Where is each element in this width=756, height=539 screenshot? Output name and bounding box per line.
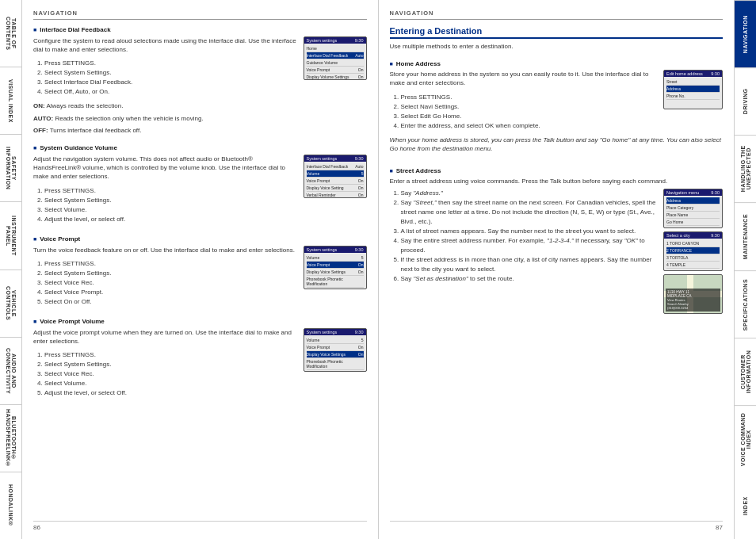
note-off: OFF: Turns interface dial feedback off. xyxy=(33,126,367,135)
left-page-footer: 86 xyxy=(33,521,367,531)
voice-prompt-screen: System settings 9:30 Volume5 Voice Promp… xyxy=(304,246,367,289)
sidebar-item-driving[interactable]: DRIVING xyxy=(735,67,756,135)
sidebar-item-handling[interactable]: HANDLING THE UNEXPECTED xyxy=(735,135,756,202)
street-address-steps: Say "Address." Say "Street," then say th… xyxy=(390,189,658,314)
left-page-header: NAVIGATION xyxy=(33,10,367,20)
screen-row: 4 TEMPLE xyxy=(666,262,720,269)
interface-dial-screen: System settings 9:30 Home Interface Dial… xyxy=(304,36,367,80)
step-item: Select Voice Prompt. xyxy=(44,288,297,297)
screen-header: System settings 9:30 xyxy=(304,37,366,44)
screen-time: 9:30 xyxy=(355,330,364,334)
step-item: A list of street names appears. Say the … xyxy=(401,227,658,236)
screen-time: 9:30 xyxy=(711,233,720,238)
step-item: Press SETTINGS. xyxy=(401,93,658,102)
home-address-note: When your home address is stored, you ca… xyxy=(390,136,724,153)
screen-body: Address Place Category Place Name Go Hom… xyxy=(664,196,722,227)
screen-row: 5 TEMPLE CITY xyxy=(666,269,720,271)
screen-header: System settings 9:30 xyxy=(304,247,366,253)
voice-prompt-ol: Press SETTINGS. Select System Settings. … xyxy=(33,259,297,307)
section-voice-prompt-volume: Voice Prompt Volume Adjust the voice pro… xyxy=(33,318,367,403)
screen-row: Voice PromptOn xyxy=(307,178,364,185)
sidebar-item-voice[interactable]: VOICE COMMAND INDEX xyxy=(735,405,756,472)
interface-dial-steps: Configure the system to read aloud selec… xyxy=(33,36,297,97)
step-item: Say the entire street address number. Fo… xyxy=(401,236,658,255)
step-item: Adjust the level, or select off. xyxy=(44,215,297,224)
sidebar-item-maintenance[interactable]: MAINTENANCE xyxy=(735,202,756,270)
step-item: Select Navi Settings. xyxy=(401,102,658,112)
screen-row: Phone No. xyxy=(666,93,720,100)
step-item: Select System Settings. xyxy=(44,360,297,369)
screen-body: Street Address Phone No. xyxy=(664,77,722,109)
screen-row: Phonebook Phonetic Modification xyxy=(307,276,364,288)
screen-title: System settings xyxy=(307,156,338,161)
page-left: NAVIGATION Interface Dial Feedback Confi… xyxy=(22,0,379,539)
screen-row-highlighted: Voice PromptOn xyxy=(307,262,364,269)
screen-header: Edit home address 9:30 xyxy=(664,71,722,77)
screen-row: Place Name xyxy=(666,212,720,219)
home-address-steps: Store your home address in the system so… xyxy=(390,70,658,130)
main-intro: Use multiple methods to enter a destinat… xyxy=(390,42,724,51)
screen-row-highlighted: Interface Dial FeedbackAuto xyxy=(307,52,364,59)
sidebar-item-safety[interactable]: SAFETY INFORMATION xyxy=(0,135,21,202)
step-item: Enter the address, and select OK when co… xyxy=(401,121,658,131)
screen-time: 9:30 xyxy=(355,38,364,43)
voice-prompt-volume-screen: System settings 9:30 Volume5 Voice Promp… xyxy=(304,328,367,372)
sidebar-item-instrument[interactable]: INSTRUMENT PANEL xyxy=(0,202,21,270)
sidebar-item-index[interactable]: INDEX xyxy=(735,472,756,539)
screen-title: System settings xyxy=(307,247,338,252)
street-address-screens: Navigation menu 9:30 Address Place Categ… xyxy=(663,189,723,314)
voice-prompt-content: Turn the voice feedback feature on or of… xyxy=(33,246,367,307)
home-address-title: Home Address xyxy=(390,60,724,67)
screen-row: Display Voice SettingOn xyxy=(307,185,364,192)
step-item: If the street address is in more than on… xyxy=(401,255,658,274)
sidebar-item-bluetooth[interactable]: BLUETOOTH® HANDSFREELINK® xyxy=(0,405,21,472)
sidebar-item-vehicle[interactable]: VEHICLE CONTROLS xyxy=(0,270,21,338)
screen-time: 9:30 xyxy=(355,247,364,252)
guidance-steps: Adjust the navigation system volume. Thi… xyxy=(33,155,297,224)
map-overlay: 1130 HWY 11 MIDPLACE CA View Routes Sear… xyxy=(666,289,720,312)
step-item: Press SETTINGS. xyxy=(44,350,297,360)
step-item: Press SETTINGS. xyxy=(44,259,297,269)
screen-row: Display Voice SettingsOn xyxy=(307,269,364,276)
sidebar-item-navigation[interactable]: NAVIGATION xyxy=(735,0,756,67)
screen-title: Navigation menu xyxy=(666,190,699,195)
voice-prompt-volume-steps: Adjust the voice prompt volume when they… xyxy=(33,328,297,398)
section-interface-dial: Interface Dial Feedback Configure the sy… xyxy=(33,26,367,138)
screen-row: Volume5 xyxy=(307,254,364,262)
step-item: Select System Settings. xyxy=(44,269,297,278)
right-page-header: NAVIGATION xyxy=(390,10,724,20)
interface-dial-content: Configure the system to read aloud selec… xyxy=(33,36,367,97)
sidebar-item-hondalink[interactable]: HONDALINK® xyxy=(0,472,21,539)
screen-header: System settings 9:30 xyxy=(304,329,366,335)
step-item: Press SETTINGS. xyxy=(44,59,297,68)
step-item: Say "Street," then say the street name o… xyxy=(401,198,658,227)
sidebar-item-specifications[interactable]: SPECIFICATIONS xyxy=(735,270,756,338)
sidebar-item-audio[interactable]: AUDIO AND CONNECTIVITY xyxy=(0,338,21,405)
screen-row-highlighted: 2 TORRANCE xyxy=(666,247,720,254)
home-address-ol: Press SETTINGS. Select Navi Settings. Se… xyxy=(390,93,658,131)
screen-time: 9:30 xyxy=(355,156,364,161)
section-voice-prompt-title: Voice Prompt xyxy=(33,235,367,243)
sidebar-item-visual-index[interactable]: VISUAL INDEX xyxy=(0,67,21,135)
screen-title: System settings xyxy=(307,38,338,43)
voice-prompt-body: Turn the voice feedback feature on or of… xyxy=(33,246,297,254)
street-address-content: Say "Address." Say "Street," then say th… xyxy=(390,189,724,314)
screen-row-highlighted: Address xyxy=(666,86,720,93)
street-address-title: Street Address xyxy=(390,167,724,174)
step-item: Select On or Off. xyxy=(44,297,297,307)
note-auto: AUTO: Reads the selection only when the … xyxy=(33,114,367,123)
screen-body: Home Interface Dial FeedbackAuto Guidanc… xyxy=(304,44,366,80)
screen-row: Voice PromptOn xyxy=(307,344,364,351)
sidebar-item-customer[interactable]: CUSTOMER INFORMATION xyxy=(735,338,756,405)
voice-prompt-volume-body: Adjust the voice prompt volume when they… xyxy=(33,328,297,346)
step-item: Select Volume. xyxy=(44,379,297,388)
sidebar-item-toc[interactable]: TABLE OF CONTENTS xyxy=(0,0,21,67)
screen-body: Volume5 Voice PromptOn Display Voice Set… xyxy=(304,253,366,289)
screen-header: Select a city 9:30 xyxy=(664,232,722,239)
screen-row: Voice PromptOn xyxy=(307,67,364,74)
screen-title: Select a city xyxy=(666,233,690,238)
map-menu-item: (310)000-3234 xyxy=(667,306,719,310)
city-list-screen: Select a city 9:30 1 TORO CANYON 2 TORRA… xyxy=(663,231,723,271)
right-page-number: 87 xyxy=(716,524,723,531)
street-address-body: Enter a street address using voice comma… xyxy=(390,177,724,185)
